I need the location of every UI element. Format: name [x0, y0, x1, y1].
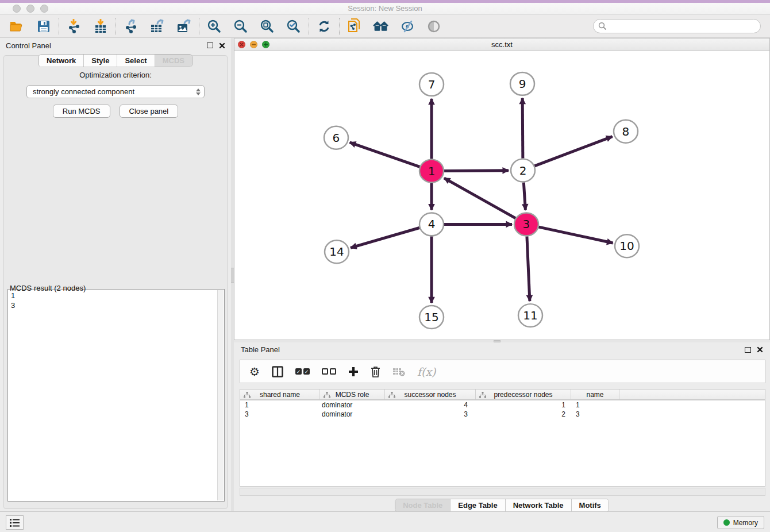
tab-motifs[interactable]: Motifs: [571, 499, 609, 511]
mcds-panel: Optimization criterion: strongly connect…: [3, 55, 228, 509]
graph-node-4[interactable]: 4: [419, 213, 444, 236]
table-row[interactable]: 1 dominator 4 1 1: [240, 400, 765, 410]
graph-node-3[interactable]: 3: [514, 213, 538, 236]
graph-edge-4-14[interactable]: [351, 228, 420, 248]
save-session-icon[interactable]: [36, 18, 52, 34]
graph-node-6[interactable]: 6: [324, 126, 348, 149]
criterion-dropdown-value: strongly connected component: [33, 87, 196, 96]
result-scrollbar[interactable]: [217, 290, 224, 500]
cell-name: 1: [571, 400, 619, 410]
show-columns-icon[interactable]: [272, 366, 283, 377]
network-window-title: scc.txt: [234, 40, 769, 49]
tab-mcds[interactable]: MCDS: [155, 55, 192, 67]
mcds-result-text[interactable]: 1 3: [9, 290, 217, 500]
delete-row-trash-icon[interactable]: [371, 366, 380, 377]
show-panels-eye-icon[interactable]: [426, 18, 442, 34]
home-icon[interactable]: [373, 18, 389, 34]
graph-node-10[interactable]: 10: [615, 234, 639, 257]
graph-edge-1-6[interactable]: [350, 142, 421, 167]
search-field[interactable]: [593, 19, 761, 33]
refresh-view-icon[interactable]: [316, 18, 332, 34]
close-panel-button[interactable]: Close panel: [120, 105, 179, 118]
zoom-fit-icon[interactable]: [259, 18, 275, 34]
hide-panels-eye-icon[interactable]: [399, 18, 415, 34]
column-header-name[interactable]: name: [571, 390, 619, 399]
zoom-out-icon[interactable]: [233, 18, 249, 34]
zoom-in-icon[interactable]: [206, 18, 222, 34]
criterion-dropdown[interactable]: strongly connected component: [26, 85, 205, 98]
cell-shared-name: 3: [240, 410, 320, 419]
network-view-window: scc.txt 7968124314101511: [234, 38, 770, 340]
graph-edge-2-8[interactable]: [534, 137, 613, 167]
close-table-panel-icon[interactable]: [757, 346, 763, 353]
graph-node-11[interactable]: 11: [518, 304, 542, 327]
column-header-successor-nodes[interactable]: successor nodes: [385, 390, 476, 399]
column-header-shared-name[interactable]: shared name: [240, 390, 320, 399]
select-all-icon[interactable]: ✓✓: [295, 368, 310, 375]
graph-edge-2-3[interactable]: [523, 183, 525, 210]
graph-edge-3-1[interactable]: [444, 178, 516, 218]
graph-node-9[interactable]: 9: [510, 72, 534, 95]
cell-successor-nodes: 3: [385, 410, 476, 419]
float-table-panel-icon[interactable]: [745, 347, 751, 353]
import-network-icon[interactable]: [66, 18, 82, 34]
function-builder-icon[interactable]: f(x): [417, 365, 436, 378]
new-network-from-selection-icon[interactable]: [346, 18, 363, 34]
svg-text:3: 3: [523, 217, 530, 231]
deselect-all-icon[interactable]: [322, 368, 336, 375]
mcds-result-fieldset: MCDS result (2 nodes) 1 3: [7, 284, 225, 502]
graph-node-7[interactable]: 7: [419, 73, 444, 96]
task-history-button[interactable]: [6, 515, 24, 530]
tab-network[interactable]: Network: [39, 55, 83, 67]
graph-node-15[interactable]: 15: [419, 306, 444, 329]
namespace-icon: [244, 392, 251, 398]
tab-network-table[interactable]: Network Table: [505, 499, 571, 511]
main-toolbar: [0, 15, 770, 38]
tab-style[interactable]: Style: [83, 55, 117, 67]
graph-node-2[interactable]: 2: [511, 159, 535, 182]
delete-table-icon[interactable]: [392, 367, 405, 376]
control-panel: Control Panel Network Style Select MCDS …: [0, 38, 231, 511]
network-canvas[interactable]: 7968124314101511: [234, 51, 769, 340]
control-panel-title: Control Panel: [6, 41, 51, 50]
cell-shared-name: 1: [240, 400, 320, 410]
graph-edge-2-9[interactable]: [522, 98, 523, 159]
tab-select[interactable]: Select: [117, 55, 154, 67]
search-icon: [598, 22, 607, 30]
export-table-icon[interactable]: [149, 18, 165, 34]
run-mcds-button[interactable]: Run MCDS: [53, 105, 110, 118]
search-input[interactable]: [607, 22, 756, 30]
graph-edge-3-11[interactable]: [527, 236, 530, 301]
svg-text:10: 10: [619, 239, 634, 253]
memory-button[interactable]: Memory: [717, 516, 764, 529]
add-row-plus-icon[interactable]: [348, 367, 359, 377]
graph-edge-1-2[interactable]: [444, 171, 509, 171]
graph-node-14[interactable]: 14: [325, 240, 349, 263]
column-header-predecessor-nodes[interactable]: predecessor nodes: [476, 390, 571, 399]
table-horizontal-scrollbar[interactable]: [240, 488, 765, 496]
node-table: shared name MCDS role successor nodes: [240, 389, 765, 487]
window-title: Session: New Session: [0, 4, 770, 13]
zoom-selected-icon[interactable]: [286, 18, 302, 34]
graph-node-1[interactable]: 1: [419, 160, 444, 183]
open-session-icon[interactable]: [9, 18, 25, 34]
cell-name: 3: [571, 410, 619, 419]
tab-edge-table[interactable]: Edge Table: [450, 499, 505, 511]
cell-successor-nodes: 4: [385, 400, 476, 410]
namespace-icon: [479, 392, 486, 398]
table-settings-gear-icon[interactable]: ⚙: [249, 366, 260, 377]
column-header-mcds-role[interactable]: MCDS role: [320, 390, 385, 399]
export-network-icon[interactable]: [123, 18, 139, 34]
table-row[interactable]: 3 dominator 3 2 3: [240, 410, 765, 419]
network-graph[interactable]: 7968124314101511: [234, 51, 769, 340]
window-titlebar: Session: New Session: [0, 3, 770, 15]
svg-text:6: 6: [333, 131, 340, 145]
graph-edge-3-10[interactable]: [538, 227, 613, 243]
network-window-titlebar[interactable]: scc.txt: [234, 38, 769, 51]
export-image-icon[interactable]: [176, 18, 192, 34]
close-panel-icon[interactable]: [219, 43, 225, 49]
tab-node-table[interactable]: Node Table: [395, 499, 450, 511]
import-table-icon[interactable]: [93, 18, 109, 34]
graph-node-8[interactable]: 8: [614, 120, 638, 143]
float-panel-icon[interactable]: [207, 43, 213, 48]
